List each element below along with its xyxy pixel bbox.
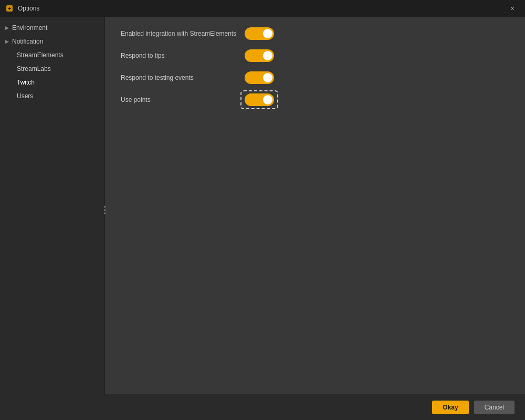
close-button[interactable]: ×: [505, 1, 520, 16]
toggle-use-points-wrapper: [245, 93, 274, 106]
toggle-knob-respond-tips: [263, 51, 272, 60]
settings-row-respond-testing: Respond to testing events: [121, 71, 509, 84]
sidebar-item-users[interactable]: Users: [0, 89, 104, 103]
label-use-points: Use points: [121, 96, 236, 103]
toggle-respond-testing[interactable]: [245, 71, 274, 84]
sidebar-resize-handle[interactable]: [104, 206, 106, 214]
window-title: Options: [18, 5, 505, 12]
label-respond-testing: Respond to testing events: [121, 74, 236, 81]
toggle-knob-respond-testing: [263, 73, 272, 82]
expand-arrow-notification: ▶: [5, 39, 9, 44]
label-enable-integration: Enabled integration with StreamElements: [121, 30, 236, 37]
footer: Okay Cancel: [0, 394, 525, 420]
sidebar-label-streamlabs: StreamLabs: [17, 65, 51, 72]
sidebar-item-streamelements[interactable]: StreamElements: [0, 48, 104, 62]
sidebar-label-notification: Notification: [12, 38, 43, 45]
toggle-respond-tips[interactable]: [245, 49, 274, 62]
resize-dot: [104, 206, 106, 208]
content-area: ▶ Environment ▶ Notification StreamEleme…: [0, 17, 525, 394]
sidebar: ▶ Environment ▶ Notification StreamEleme…: [0, 17, 105, 394]
settings-row-respond-tips: Respond to tips: [121, 49, 509, 62]
toggle-use-points[interactable]: [245, 93, 274, 106]
okay-button[interactable]: Okay: [432, 401, 468, 414]
sidebar-label-twitch: Twitch: [17, 79, 35, 86]
sidebar-label-environment: Environment: [12, 24, 47, 32]
label-respond-tips: Respond to tips: [121, 52, 236, 59]
sidebar-item-notification[interactable]: ▶ Notification: [0, 35, 104, 48]
resize-dot: [104, 213, 106, 214]
sidebar-item-streamlabs[interactable]: StreamLabs: [0, 62, 104, 76]
toggle-enable-integration[interactable]: [245, 27, 274, 40]
settings-row-use-points: Use points: [121, 93, 509, 106]
titlebar-icon: [5, 4, 14, 13]
sidebar-item-environment[interactable]: ▶ Environment: [0, 21, 104, 35]
toggle-knob-enable-integration: [263, 29, 272, 38]
resize-dot: [104, 209, 106, 211]
main-panel: Enabled integration with StreamElements …: [105, 17, 525, 394]
titlebar: Options ×: [0, 0, 525, 17]
sidebar-item-twitch[interactable]: Twitch: [0, 76, 104, 89]
toggle-knob-use-points: [263, 95, 272, 104]
cancel-button[interactable]: Cancel: [474, 401, 514, 414]
options-window: Options × ▶ Environment ▶ Notification S…: [0, 0, 525, 420]
settings-row-enable-integration: Enabled integration with StreamElements: [121, 27, 509, 40]
sidebar-label-streamelements: StreamElements: [17, 51, 64, 59]
expand-arrow-environment: ▶: [5, 25, 9, 30]
sidebar-label-users: Users: [17, 92, 33, 100]
